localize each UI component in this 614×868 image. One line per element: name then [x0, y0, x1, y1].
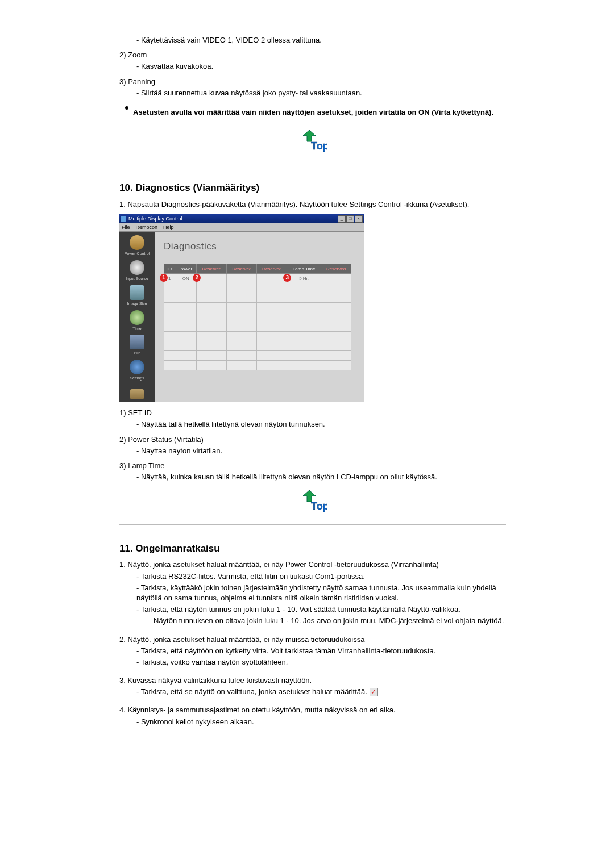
s10-i2: 2) Power Status (Virtatila)	[119, 435, 506, 445]
menu-help[interactable]: Help	[163, 224, 174, 231]
main-panel: Diagnostics ID Power Reserved Reserved R…	[155, 232, 364, 402]
s11-p4: 4. Käynnistys- ja sammutusajastimet on o…	[119, 705, 506, 715]
th-reserved2: Reserved	[227, 264, 257, 274]
intro-sub-video: - Käytettävissä vain VIDEO 1, VIDEO 2 ol…	[136, 35, 506, 45]
power-control-icon	[130, 235, 144, 250]
app-icon	[121, 216, 126, 222]
s11-p1b: - Tarkista, käyttääkö jokin toinen järje…	[136, 583, 506, 603]
s11-p2b: - Tarkista, voitko vaihtaa näytön syöttö…	[136, 657, 506, 667]
pip-icon	[130, 335, 144, 349]
svg-marker-0	[303, 130, 316, 141]
th-reserved3: Reserved	[257, 264, 287, 274]
minimize-button[interactable]: _	[338, 215, 346, 223]
sidebar-item-power-control[interactable]: Power Control	[122, 235, 152, 257]
th-reserved1: Reserved	[197, 264, 227, 274]
sidebar: Power Control Input Source Image Size Ti…	[119, 232, 155, 402]
table-row	[164, 283, 351, 293]
sidebar-item-highlighted[interactable]	[123, 386, 151, 402]
window-title: Multiple Display Control	[128, 215, 182, 223]
svg-text:Top: Top	[311, 500, 327, 512]
s11-p1a: - Tarkista RS232C-liitos. Varmista, että…	[136, 571, 506, 582]
close-button[interactable]: ×	[355, 215, 363, 223]
table-row	[164, 312, 351, 322]
svg-text:Top: Top	[311, 140, 327, 152]
sidebar-item-time[interactable]: Time	[122, 310, 152, 332]
section10-heading: 10. Diagnostics (Vianmääritys)	[119, 181, 506, 195]
s10-i1-sub: - Näyttää tällä hetkellä liitettynä olev…	[136, 419, 506, 429]
table-row	[164, 303, 351, 312]
section10-step1: 1. Napsauta Diagnostics-pääkuvaketta (Vi…	[119, 199, 506, 210]
sidebar-item-input-source[interactable]: Input Source	[122, 260, 152, 282]
s11-p1c: - Tarkista, että näytön tunnus on jokin …	[136, 604, 506, 615]
settings-icon	[130, 360, 144, 374]
menu-file[interactable]: File	[122, 224, 130, 231]
s10-i2-sub: - Nayttaa nayton virtatilan.	[136, 446, 506, 456]
bullet-dot-icon	[125, 106, 128, 110]
section10-after: 1) SET ID - Näyttää tällä hetkellä liite…	[119, 408, 506, 482]
window-titlebar: Multiple Display Control _ □ ×	[119, 214, 364, 223]
th-id: ID	[164, 264, 175, 274]
image-size-icon	[130, 285, 144, 300]
table-row	[164, 361, 351, 370]
table-row: 11 ON2 -- -- --3 5 Hr. --	[164, 274, 351, 283]
sidebar-item-settings[interactable]: Settings	[122, 360, 152, 381]
th-lamp-time: Lamp Time	[287, 264, 321, 274]
back-to-top-icon[interactable]: Top	[298, 129, 327, 154]
s11-p3a: - Tarkista, että se näyttö on valittuna,…	[136, 687, 506, 697]
sidebar-item-pip[interactable]: PIP	[122, 335, 152, 356]
diagnostics-icon	[130, 389, 144, 399]
s10-i1: 1) SET ID	[119, 408, 506, 418]
badge-1: 1	[160, 274, 168, 282]
back-to-top-icon[interactable]: Top	[298, 489, 327, 514]
time-icon	[130, 310, 144, 325]
checkbox-icon	[370, 688, 378, 696]
s11-p1c-sub: Näytön tunnuksen on oltava jokin luku 1 …	[154, 616, 506, 626]
intro-item-zoom-sub: - Kasvattaa kuvakokoa.	[136, 61, 506, 72]
s11-p4a: - Synkronoi kellot nykyiseen aikaan.	[136, 717, 506, 727]
table-row	[164, 293, 351, 303]
diagnostics-screenshot: Multiple Display Control _ □ × File Remo…	[119, 214, 364, 402]
divider	[119, 524, 506, 525]
s11-p1: 1. Näyttö, jonka asetukset haluat määrit…	[119, 560, 506, 570]
svg-marker-2	[303, 490, 316, 502]
th-power: Power	[175, 264, 197, 274]
menu-bar: File Remocon Help	[119, 223, 364, 232]
intro-bold-note-row: Asetusten avulla voi määrittää vain niid…	[119, 103, 506, 122]
table-row	[164, 322, 351, 332]
menu-remocon[interactable]: Remocon	[136, 224, 158, 231]
diagnostics-table: ID Power Reserved Reserved Reserved Lamp…	[164, 264, 351, 370]
intro-item-zoom: 2) Zoom	[119, 50, 506, 60]
intro-bold-note: Asetusten avulla voi määrittää vain niid…	[133, 107, 506, 118]
panel-title: Diagnostics	[164, 240, 355, 253]
intro-block: - Käytettävissä vain VIDEO 1, VIDEO 2 ol…	[119, 35, 506, 122]
s11-p3: 3. Kuvassa näkyvä valintaikkuna tulee to…	[119, 675, 506, 686]
s10-i3: 3) Lamp Time	[119, 461, 506, 471]
sidebar-item-image-size[interactable]: Image Size	[122, 285, 152, 307]
th-reserved4: Reserved	[321, 264, 351, 274]
table-row	[164, 351, 351, 361]
intro-item-panning: 3) Panning	[119, 77, 506, 87]
table-row	[164, 341, 351, 351]
intro-item-panning-sub: - Siirtää suurennettua kuvaa näytössä jo…	[136, 88, 506, 98]
divider	[119, 164, 506, 164]
maximize-button[interactable]: □	[346, 215, 354, 223]
input-source-icon	[130, 260, 144, 275]
s10-i3-sub: - Näyttää, kuinka kauan tällä hetkellä l…	[136, 472, 506, 482]
s11-p2a: - Tarkista, että näyttöön on kytketty vi…	[136, 646, 506, 656]
section11-heading: 11. Ongelmanratkaisu	[119, 542, 506, 556]
s11-p2: 2. Näyttö, jonka asetukset haluat määrit…	[119, 635, 506, 645]
table-row	[164, 332, 351, 341]
